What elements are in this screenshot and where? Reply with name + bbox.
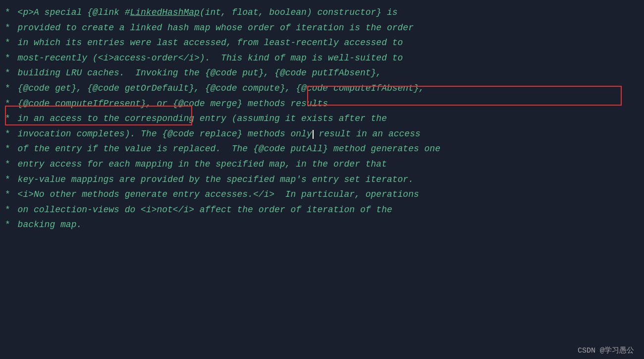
code-line-11: * key-value mappings are provided by the… [5, 172, 634, 187]
code-line-5: * {@code get}, {@code getOrDefault}, {@c… [5, 81, 634, 96]
code-line-13: * on collection-views do <i>not</i> affe… [5, 202, 634, 218]
code-line-3: * most-recently (<i>access-order</i>). T… [5, 51, 634, 66]
asterisk: * [5, 217, 10, 233]
line-text: invocation completes). The {@code replac… [12, 126, 421, 142]
line-text: building LRU caches. Invoking the {@code… [12, 65, 381, 81]
line-text: in an access to the corresponding entry … [12, 111, 387, 126]
code-block: * <p>A special {@link #LinkedHashMap(int… [0, 0, 644, 238]
asterisk: * [5, 111, 10, 126]
code-line-1: * provided to create a linked hash map w… [5, 20, 634, 36]
asterisk: * [5, 172, 10, 187]
code-line-7: * in an access to the corresponding entr… [5, 111, 634, 126]
asterisk: * [5, 81, 10, 96]
line-text: <p>A special {@link #LinkedHashMap(int, … [12, 5, 398, 20]
asterisk: * [5, 141, 10, 157]
line-text: {@code get}, {@code getOrDefault}, {@cod… [12, 81, 425, 96]
line-text: {@code computeIfPresent}, or {@code merg… [12, 96, 328, 112]
line-text: in which its entries were last accessed,… [12, 35, 403, 51]
line-text: of the entry if the value is replaced. T… [12, 141, 440, 157]
line-text: <i>No other methods generate entry acces… [12, 187, 419, 202]
code-line-9: * of the entry if the value is replaced.… [5, 141, 634, 157]
code-line-12: * <i>No other methods generate entry acc… [5, 187, 634, 202]
asterisk: * [5, 202, 10, 218]
line-text: provided to create a linked hash map who… [12, 20, 414, 36]
code-line-10: * entry access for each mapping in the s… [5, 157, 634, 172]
asterisk: * [5, 187, 10, 202]
line-text: backing map. [12, 217, 82, 233]
asterisk: * [5, 20, 10, 36]
asterisk: * [5, 126, 10, 142]
code-line-8: * invocation completes). The {@code repl… [5, 126, 634, 142]
code-line-6: * {@code computeIfPresent}, or {@code me… [5, 96, 634, 112]
code-line-4: * building LRU caches. Invoking the {@co… [5, 65, 634, 81]
asterisk: * [5, 96, 10, 112]
code-line-2: * in which its entries were last accesse… [5, 35, 634, 51]
asterisk: * [5, 35, 10, 51]
line-text: on collection-views do <i>not</i> affect… [12, 202, 392, 218]
line-text: key-value mappings are provided by the s… [12, 172, 414, 187]
footer-watermark: CSDN @学习愚公 [578, 346, 634, 355]
asterisk: * [5, 51, 10, 66]
line-text: most-recently (<i>access-order</i>). Thi… [12, 51, 403, 66]
line-text: entry access for each mapping in the spe… [12, 157, 387, 172]
text-cursor [313, 130, 314, 139]
code-line-14: * backing map. [5, 217, 634, 233]
code-line-0: * <p>A special {@link #LinkedHashMap(int… [5, 5, 634, 20]
asterisk: * [5, 5, 10, 20]
asterisk: * [5, 65, 10, 81]
asterisk: * [5, 157, 10, 172]
